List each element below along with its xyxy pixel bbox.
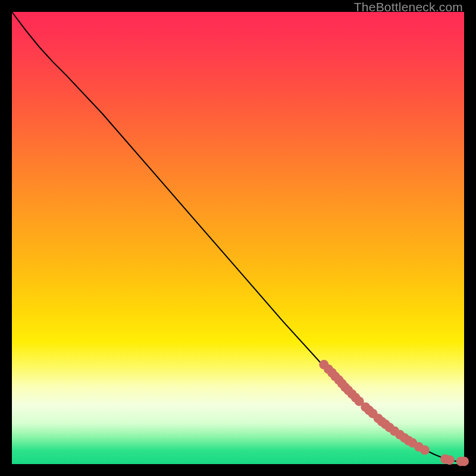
plot-area [12,12,464,464]
chart-overlay [12,12,464,464]
data-point [445,455,455,465]
dots-group [319,360,469,466]
data-point [459,456,469,466]
data-point [420,445,430,455]
curve-path [12,12,464,461]
stage: TheBottleneck.com [0,0,476,476]
